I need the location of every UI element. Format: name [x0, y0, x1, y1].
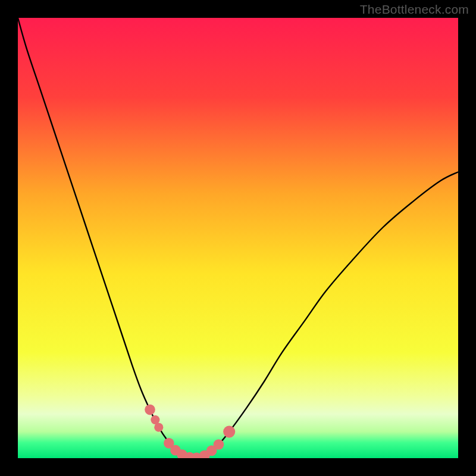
marker-dot [154, 423, 163, 432]
chart-container: TheBottleneck.com [0, 0, 476, 476]
marker-dot [214, 439, 224, 450]
bottleneck-chart [0, 0, 476, 476]
gradient-background [18, 18, 458, 458]
marker-dot [223, 426, 235, 438]
marker-dot [145, 405, 155, 415]
